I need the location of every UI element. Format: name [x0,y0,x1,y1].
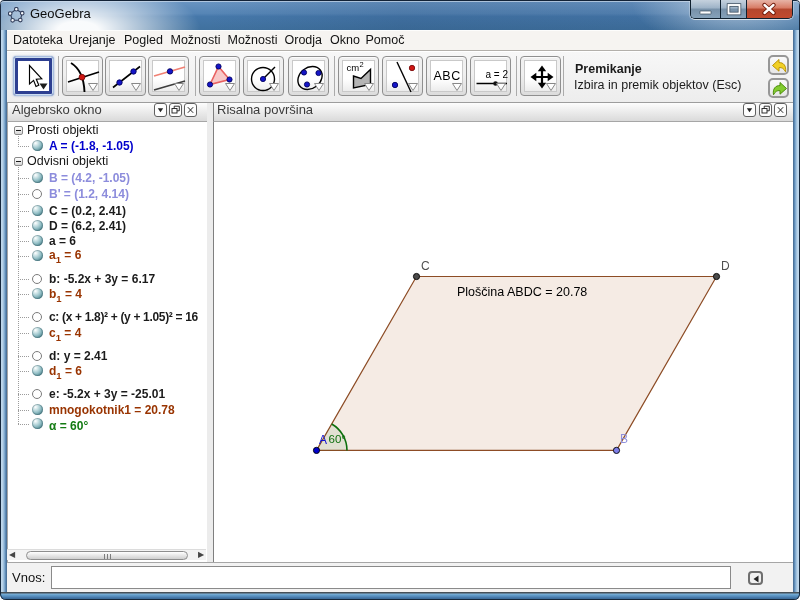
svg-text:cm: cm [347,62,360,73]
svg-text:A: A [319,433,327,447]
svg-text:a = 2: a = 2 [486,69,509,80]
svg-text:D: D [721,259,730,273]
svg-text:ABC: ABC [434,69,461,83]
svg-text:Ploščina ABDC = 20.78: Ploščina ABDC = 20.78 [457,285,587,299]
svg-text:2: 2 [360,61,364,69]
svg-text:60°: 60° [329,433,346,445]
svg-text:B: B [620,432,628,446]
svg-text:C: C [421,259,430,273]
